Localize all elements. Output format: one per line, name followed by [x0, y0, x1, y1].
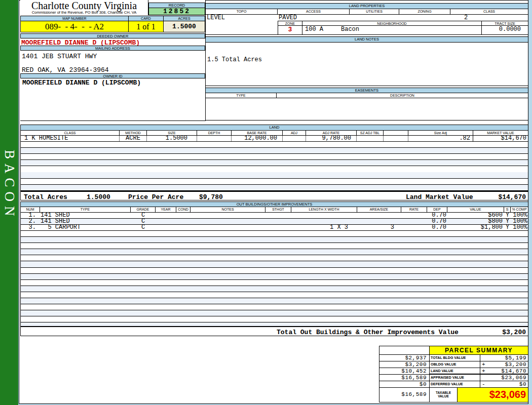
- ob-cond: [176, 225, 191, 230]
- ob-grade: C: [131, 225, 156, 230]
- summary-row: $2,937 TOTAL BLDG VALUE $5,199: [379, 355, 528, 361]
- land-header-market-value: MARKET VALUE: [473, 131, 528, 136]
- land-header-base-rate: BASE RATE: [232, 131, 283, 136]
- ob-type: 141 SHED: [40, 213, 131, 218]
- out-buildings-total-value: $3,200: [502, 329, 526, 336]
- topo-header: TOPO: [206, 9, 278, 15]
- ob-num: 1.: [21, 213, 40, 218]
- ob-notes: [191, 219, 265, 224]
- ob-comp: 100%: [511, 213, 528, 218]
- land-headers-row: CLASS METHOD SIZE DEPTH BASE RATE ADJ AD…: [21, 131, 528, 136]
- ob-notes: [191, 225, 265, 230]
- land-properties-values: LEVEL PAVED 2: [206, 15, 528, 21]
- neighborhood-value: 100 A Bacon: [302, 26, 482, 34]
- summary-value: $14,670: [501, 368, 528, 374]
- land-sz-adj-tbl: [357, 136, 384, 141]
- land-market-value-label: Land Market Value: [406, 193, 473, 200]
- out-building-row: 1. 141 SHED C 0.70 $600 Y 100%: [21, 213, 528, 219]
- ob-num: 2.: [21, 219, 40, 224]
- ob-notes: [191, 213, 265, 218]
- ob-value: $1,800: [447, 225, 504, 230]
- land-data-row: 1 K HOMESITE ACRE 1.5000 12,000.00 9,780…: [21, 136, 528, 142]
- ob-rate: [401, 219, 427, 224]
- ob-s: Y: [504, 213, 511, 218]
- out-buildings-empty-rows: [21, 231, 528, 326]
- address-line-2: RED OAK, VA 23964-3964: [22, 66, 109, 74]
- ob-cond: [176, 219, 191, 224]
- summary-prior-value: $2,937: [379, 355, 430, 361]
- parcel-header-row: MAP NUMBER CARD ACRES: [20, 16, 205, 21]
- address-line-1: 1401 JEB STUART HWY: [22, 53, 97, 60]
- land-market-value: $14,670: [473, 136, 528, 141]
- ob-dep: 0.70: [427, 225, 447, 230]
- owner-id-value: MOOREFIELD DIANNE D (LIPSCOMB): [22, 79, 141, 87]
- parcel-summary-header-row: PARCEL SUMMARY: [379, 346, 528, 355]
- land-base-rate: 12,000.00: [232, 136, 283, 141]
- zone-values: 3 100 A Bacon 0.0000: [206, 26, 528, 34]
- land-header-method: METHOD: [120, 131, 147, 136]
- ob-sthgt: [265, 219, 291, 224]
- ob-s: Y: [504, 219, 511, 224]
- property-record-screen: BACON Charlotte County Virginia Commissi…: [0, 0, 532, 405]
- land-notes-section: LAND NOTES 1.5 Total Acres: [205, 36, 528, 86]
- county-title-block: Charlotte County Virginia Commissioner o…: [20, 0, 148, 15]
- land-header-blank: [384, 131, 408, 136]
- land-adj: [283, 136, 306, 141]
- owner-id-header: OWNER ID: [20, 73, 205, 78]
- card-header: CARD: [129, 16, 164, 21]
- class-header: CLASS: [450, 9, 528, 15]
- county-title: Charlotte County Virginia: [20, 1, 148, 11]
- ob-sthgt: [265, 213, 291, 218]
- land-size: 1.5000: [147, 136, 197, 141]
- ob-header-dep: DEP: [427, 207, 447, 213]
- out-buildings-total-row: Total Out Buildings & Other Improvements…: [21, 326, 528, 336]
- summary-label: TOTAL BLDG VALUE: [430, 355, 480, 361]
- land-header-sz-adj-tbl: SZ ADJ TBL: [357, 131, 384, 136]
- zone-value: 3: [278, 26, 302, 34]
- ob-comp: 100%: [511, 225, 528, 230]
- summary-value: $3,200: [505, 361, 528, 368]
- zone-spacer: [206, 21, 278, 26]
- taxable-prior-value: $16,589: [379, 388, 430, 402]
- land-blank: [384, 136, 408, 141]
- record-value: 12852: [149, 8, 205, 15]
- ob-lxw: 1 X 3: [291, 225, 357, 230]
- price-per-acre-label: Price Per Acre: [128, 193, 183, 200]
- out-buildings-title: OUT BUILDINGS/OTHER IMPROVEMENTS: [21, 202, 528, 207]
- summary-value: $5,199: [505, 355, 528, 361]
- taxable-value: $23,069: [458, 388, 528, 402]
- ob-value: $800: [447, 219, 504, 224]
- land-header-depth: DEPTH: [197, 131, 232, 136]
- ob-header-grade: GRADE: [131, 207, 156, 213]
- ob-header-comp: % COMP: [511, 207, 528, 213]
- ob-header-value: VALUE: [447, 207, 504, 213]
- land-empty-rows: [21, 142, 528, 191]
- easements-title: EASEMENTS: [206, 88, 528, 93]
- ob-dep: 0.70: [427, 213, 447, 218]
- county-subtitle: Commissioner of the Revenue, PO Box 308,…: [20, 11, 148, 15]
- ob-num: 3.: [21, 225, 40, 230]
- ob-comp: 100%: [511, 219, 528, 224]
- district-label: BACON: [2, 150, 17, 221]
- zone-spacer-2: [206, 26, 278, 34]
- summary-sign: +: [480, 361, 485, 368]
- ob-header-lxw: LENGTH X WIDTH: [291, 207, 357, 213]
- taxable-label: TAXABLE VALUE: [430, 388, 458, 402]
- deeded-owner-header: DEEDED OWNER: [20, 33, 205, 38]
- land-adj-rate: 9,780.00: [306, 136, 357, 141]
- district-sidebar: BACON: [0, 0, 18, 405]
- ob-area: 3: [357, 225, 401, 230]
- land-header-adj-rate: ADJ RATE: [306, 131, 357, 136]
- zone-header: ZONE: [278, 21, 302, 26]
- ob-grade: C: [131, 213, 156, 218]
- land-header-size: SIZE: [147, 131, 197, 136]
- access-header: ACCESS: [278, 9, 350, 15]
- ob-s: Y: [504, 225, 511, 230]
- summary-row: $3,200 OBLDG VALUE + $3,200: [379, 361, 528, 368]
- summary-value: $0: [519, 381, 528, 387]
- ob-lxw: [291, 219, 357, 224]
- neighborhood-code: 100 A: [305, 26, 341, 34]
- ob-lxw: [291, 213, 357, 218]
- land-notes-title: LAND NOTES: [206, 37, 528, 43]
- ob-area: [357, 219, 401, 224]
